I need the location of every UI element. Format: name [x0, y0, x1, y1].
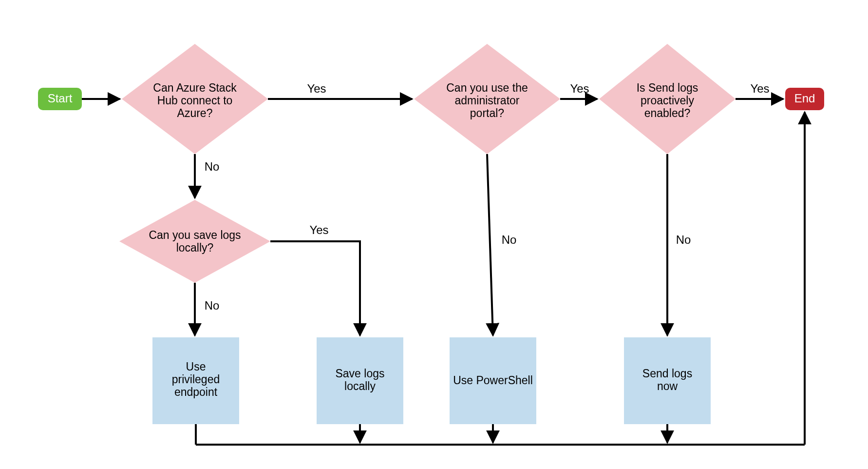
svg-text:endpoint: endpoint	[174, 386, 218, 398]
svg-text:Use PowerShell: Use PowerShell	[453, 374, 533, 387]
svg-text:proactively: proactively	[641, 94, 694, 107]
decision-send-logs-enabled: Is Send logs proactively enabled?	[599, 44, 736, 154]
decision-connect-azure: Can Azure Stack Hub connect to Azure?	[122, 44, 268, 154]
process-send-logs-now: Send logs now	[624, 337, 711, 424]
svg-text:administrator: administrator	[455, 94, 520, 107]
svg-text:locally: locally	[344, 380, 376, 392]
svg-text:Save logs: Save logs	[335, 367, 384, 380]
svg-text:enabled?: enabled?	[644, 107, 691, 119]
label-d3-yes: Yes	[750, 82, 769, 95]
decision-admin-portal: Can you use the administrator portal?	[414, 44, 560, 154]
svg-text:portal?: portal?	[470, 107, 504, 119]
label-d4-no: No	[205, 299, 220, 312]
label-d2-no: No	[502, 233, 517, 246]
svg-text:privileged: privileged	[172, 373, 220, 386]
process-use-powershell: Use PowerShell	[450, 337, 536, 424]
label-d4-yes: Yes	[309, 223, 328, 236]
label-d1-no: No	[205, 160, 220, 173]
svg-text:Azure?: Azure?	[177, 107, 213, 119]
process-save-logs-locally: Save logs locally	[317, 337, 403, 424]
start-node: Start	[38, 88, 82, 110]
svg-text:Can Azure Stack: Can Azure Stack	[153, 81, 237, 94]
svg-text:Use: Use	[186, 360, 206, 373]
svg-text:Can you save logs: Can you save logs	[149, 229, 241, 241]
end-label: End	[794, 92, 815, 105]
svg-text:Send logs: Send logs	[642, 367, 692, 380]
label-d2-yes: Yes	[570, 82, 589, 95]
start-label: Start	[48, 92, 73, 105]
svg-text:Is Send logs: Is Send logs	[637, 81, 698, 94]
svg-text:Can you use the: Can you use the	[446, 81, 528, 94]
label-d3-no: No	[676, 233, 691, 246]
edge-d4-p2	[270, 241, 360, 335]
flowchart-canvas: Start Can Azure Stack Hub connect to Azu…	[0, 0, 868, 469]
edge-d2-p3	[487, 154, 493, 335]
end-node: End	[785, 88, 824, 110]
label-d1-yes: Yes	[307, 82, 326, 95]
decision-save-logs-locally: Can you save logs locally?	[119, 200, 270, 283]
svg-text:Hub connect to: Hub connect to	[157, 94, 233, 107]
process-privileged-endpoint: Use privileged endpoint	[152, 337, 239, 424]
svg-text:locally?: locally?	[176, 241, 214, 254]
svg-text:now: now	[657, 380, 678, 392]
